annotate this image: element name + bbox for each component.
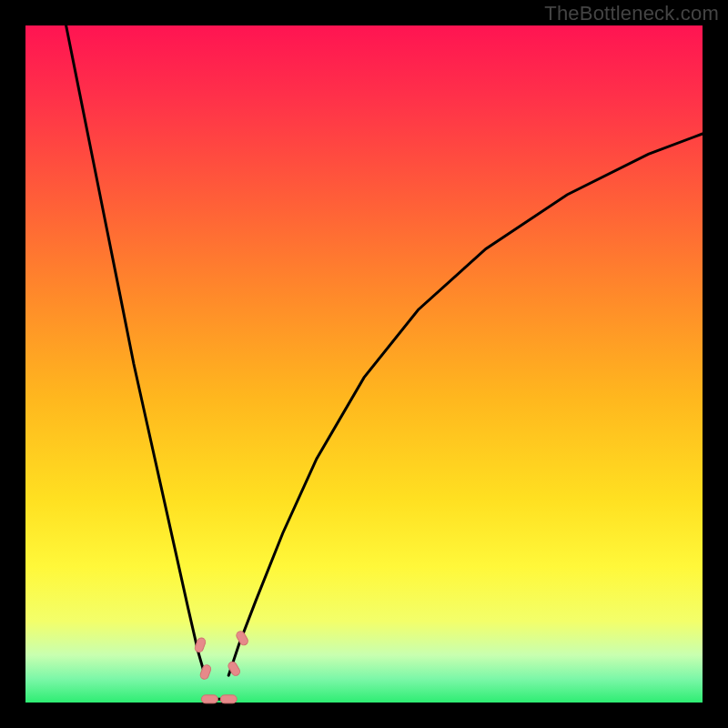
- watermark-text: TheBottleneck.com: [544, 2, 719, 25]
- marker-valley-left: [201, 695, 217, 703]
- chart-container: TheBottleneck.com: [0, 0, 728, 728]
- plot-area: [25, 25, 703, 703]
- bottleneck-plot: [0, 0, 728, 728]
- marker-valley-right: [220, 695, 237, 703]
